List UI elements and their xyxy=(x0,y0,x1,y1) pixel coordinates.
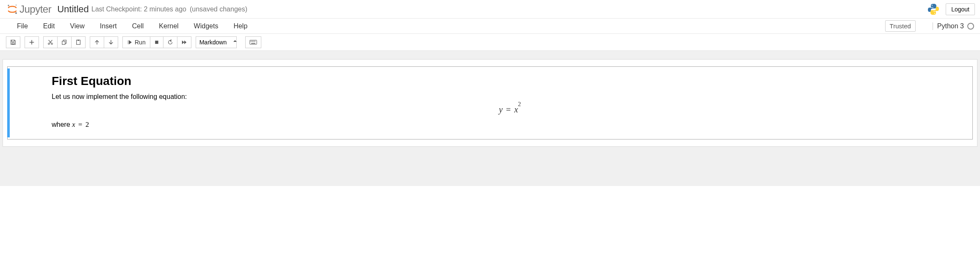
kernel-name[interactable]: Python 3 xyxy=(933,22,964,30)
arrow-down-icon xyxy=(108,39,114,45)
stop-icon xyxy=(154,40,159,45)
keyboard-icon xyxy=(249,40,257,45)
svg-rect-7 xyxy=(62,41,65,44)
svg-point-0 xyxy=(8,5,9,6)
paste-button[interactable] xyxy=(72,36,86,48)
save-icon xyxy=(10,39,16,45)
cut-button[interactable] xyxy=(43,36,58,48)
scissors-icon xyxy=(47,39,53,45)
menubar: File Edit View Insert Cell Kernel Widget… xyxy=(0,19,980,34)
jupyter-logo[interactable]: Jupyter xyxy=(7,3,51,15)
jupyter-planet-icon xyxy=(7,4,18,15)
logout-button[interactable]: Logout xyxy=(946,3,975,15)
notebook-container: First Equation Let us now implement the … xyxy=(3,59,977,147)
copy-button[interactable] xyxy=(58,36,72,48)
svg-point-1 xyxy=(15,12,17,14)
svg-point-6 xyxy=(51,43,53,44)
python-logo-icon xyxy=(927,3,940,16)
kernel-idle-icon xyxy=(967,23,974,30)
run-icon xyxy=(127,40,132,45)
autosave-status: (unsaved changes) xyxy=(190,5,247,13)
checkpoint-status: Last Checkpoint: 2 minutes ago xyxy=(91,5,186,13)
svg-point-2 xyxy=(16,4,17,5)
menu-view[interactable]: View xyxy=(62,20,92,33)
svg-rect-10 xyxy=(155,41,158,44)
move-up-button[interactable] xyxy=(90,36,104,48)
run-button-label: Run xyxy=(135,39,146,46)
cell-prompt xyxy=(7,68,47,137)
menu-widgets[interactable]: Widgets xyxy=(186,20,226,33)
svg-point-4 xyxy=(934,13,935,14)
menu-cell[interactable]: Cell xyxy=(125,20,152,33)
menu-help[interactable]: Help xyxy=(226,20,255,33)
menu-insert[interactable]: Insert xyxy=(92,20,125,33)
trusted-indicator[interactable]: Trusted xyxy=(885,20,916,32)
menu-file[interactable]: File xyxy=(9,20,36,33)
fast-forward-icon xyxy=(181,39,187,45)
restart-run-all-button[interactable] xyxy=(177,36,191,48)
svg-rect-17 xyxy=(251,43,255,44)
menu-kernel[interactable]: Kernel xyxy=(151,20,186,33)
notebook-area: First Equation Let us now implement the … xyxy=(0,51,980,186)
svg-rect-12 xyxy=(250,41,251,41)
svg-point-5 xyxy=(48,43,50,44)
equation-display: y = x2 xyxy=(52,104,968,115)
command-palette-button[interactable] xyxy=(245,36,261,48)
run-button[interactable]: Run xyxy=(122,36,150,48)
insert-cell-below-button[interactable] xyxy=(25,36,39,48)
notebook-name[interactable]: Untitled xyxy=(57,4,89,15)
interrupt-button[interactable] xyxy=(150,36,163,48)
svg-rect-16 xyxy=(255,41,255,41)
copy-icon xyxy=(61,39,67,45)
svg-rect-9 xyxy=(78,39,79,41)
toolbar: Run Markdown xyxy=(0,34,980,51)
brand-text: Jupyter xyxy=(19,3,51,15)
cell-heading: First Equation xyxy=(52,74,968,88)
svg-rect-15 xyxy=(254,41,255,41)
header: Jupyter Untitled Last Checkpoint: 2 minu… xyxy=(0,0,980,19)
cell-content: First Equation Let us now implement the … xyxy=(47,68,972,137)
cell-where: where x = 2 xyxy=(52,120,968,129)
cell-intro: Let us now implement the following equat… xyxy=(52,93,968,101)
restart-icon xyxy=(167,39,173,45)
move-down-button[interactable] xyxy=(104,36,118,48)
restart-button[interactable] xyxy=(163,36,177,48)
menu-edit[interactable]: Edit xyxy=(36,20,63,33)
cell-type-select[interactable]: Markdown xyxy=(196,36,237,48)
paste-icon xyxy=(75,39,81,45)
arrow-up-icon xyxy=(94,39,100,45)
save-button[interactable] xyxy=(6,36,20,48)
plus-icon xyxy=(29,39,35,45)
svg-rect-11 xyxy=(250,40,257,44)
svg-rect-13 xyxy=(252,41,252,41)
svg-rect-14 xyxy=(252,41,253,41)
svg-point-3 xyxy=(932,5,933,5)
markdown-cell[interactable]: First Equation Let us now implement the … xyxy=(7,66,973,139)
